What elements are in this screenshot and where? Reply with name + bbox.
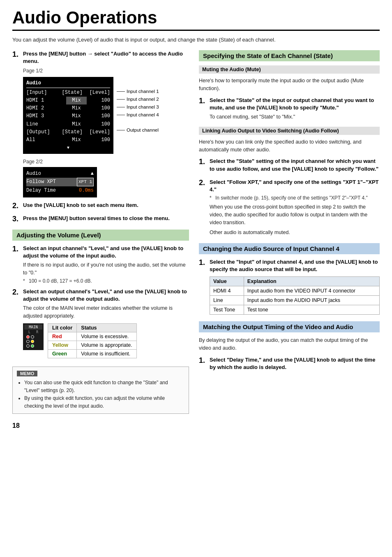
annot-ch4: Input channel 4 <box>117 111 159 119</box>
level-step-2-title: Select an output channel's "Level," and … <box>23 288 189 303</box>
audio-row-test: Test Tone Test tone <box>210 305 380 315</box>
meter-row-2 <box>26 340 40 343</box>
status-table-head: Lit color Status <box>48 323 137 332</box>
channel4-step-1: 1. Select the "Input" of input channel 4… <box>199 258 380 315</box>
scroll-indicator: ▼ <box>26 145 110 151</box>
level-table-area: MAIN L R <box>23 323 189 358</box>
step-3: 3. Press the [MENU] button several times… <box>12 215 189 224</box>
follow-asterisk: * In switcher mode (p. 15), specify one … <box>210 195 380 201</box>
level-step-2-content: Select an output channel's "Level," and … <box>23 288 189 362</box>
status-row-red: Red Volume is excessive. <box>48 332 137 341</box>
menu-p1-area: Audio [Input] [State] [Level] HDMI 1 Mix… <box>23 74 189 156</box>
timing-step-1-title: Select "Delay Time," and use the [VALUE]… <box>210 356 380 371</box>
status-red: Volume is excessive. <box>77 332 136 341</box>
status-green: Volume is insufficient. <box>77 349 136 358</box>
memo-item-1: You can also use the quick edit function… <box>24 379 184 395</box>
annot-ch2: Input channel 2 <box>117 95 159 103</box>
follow-step-1-title: Select the "State" setting of the input … <box>210 158 380 172</box>
follow-step-1-content: Select the "State" setting of the input … <box>210 158 380 174</box>
audio-table: Value Explanation HDMI 4 Input audio fro… <box>210 276 380 315</box>
audio-table-head: Value Explanation <box>210 277 380 286</box>
status-yellow: Volume is appropriate. <box>77 341 136 349</box>
level-step-2-number: 2. <box>12 288 21 362</box>
menu-row-hdmi3: HDMI 3 Mix 100 <box>26 112 110 120</box>
follow-step-2: 2. Select "Follow XPT," and specify one … <box>199 179 380 237</box>
annot-ch3: Input channel 3 <box>117 103 159 111</box>
dot-green-1 <box>31 344 34 348</box>
timing-intro: By delaying the output of the audio, you… <box>199 337 380 352</box>
step-1: 1. Press the [MENU] button → select "Aud… <box>12 50 189 197</box>
audio-value-line: Line <box>210 296 244 305</box>
channel4-step-1-title: Select the "Input" of input channel 4, a… <box>210 258 380 273</box>
step-1-number: 1. <box>12 50 21 197</box>
menu-hdmi2-state: Mix <box>66 104 87 112</box>
col-status: Status <box>77 323 136 332</box>
step-3-title: Press the [MENU] button several times to… <box>23 215 189 222</box>
dot-empty-2 <box>26 340 30 343</box>
section-timing-header: Matching the Output Timing of the Video … <box>199 321 380 332</box>
level-meter: MAIN L R <box>23 323 44 350</box>
audio-exp-test: Test tone <box>244 305 379 315</box>
lit-color-green: Green <box>48 349 77 358</box>
memo-title: MEMO <box>17 371 37 376</box>
follow-step-2-content: Select "Follow XPT," and specify one of … <box>210 179 380 237</box>
p2-delay-row: Delay Time 0.0ms <box>26 186 94 195</box>
follow-asterisk-text: In switcher mode (p. 15), specify one of… <box>215 195 368 201</box>
col-header-input: [Input] <box>26 89 55 97</box>
follow-asterisk-symbol: * <box>210 195 214 201</box>
section-state-header: Specifying the State of Each Channel (St… <box>199 50 380 61</box>
mute-step-1-content: Select the "State" of the input or outpu… <box>210 97 380 121</box>
step-1-title: Press the [MENU] button → select "Audio"… <box>23 50 189 65</box>
audio-exp-line: Input audio from the AUDIO INPUT jacks <box>244 296 379 305</box>
mute-intro: Here's how to temporarily mute the input… <box>199 77 380 93</box>
status-row-yellow: Yellow Volume is appropriate. <box>48 341 137 349</box>
menu-row-hdmi2: HDMI 2 Mix 100 <box>26 104 110 112</box>
step-2: 2. Use the [VALUE] knob to set each menu… <box>12 202 189 211</box>
audio-table-body: HDMI 4 Input audio from the VIDEO INPUT … <box>210 286 380 315</box>
menu-row-all: All Mix 100 <box>26 136 110 144</box>
follow-step-2-number: 2. <box>199 179 207 237</box>
audio-value-test: Test Tone <box>210 305 244 315</box>
step-1-content: Press the [MENU] button → select "Audio"… <box>23 50 189 197</box>
p2-follow-label: Follow XPT <box>26 178 56 186</box>
menu-col-headers: [Input] [State] [Level] <box>26 89 110 97</box>
level-step-2: 2. Select an output channel's "Level," a… <box>12 288 189 362</box>
dot-empty-1 <box>31 335 34 339</box>
step-2-title: Use the [VALUE] knob to set each menu it… <box>23 202 189 209</box>
menu-line-state: Mix <box>66 121 87 128</box>
p2-scroll-up: ▲ <box>91 169 94 178</box>
level-step-1-content: Select an input channel's "Level," and u… <box>23 245 189 284</box>
dot-red-1 <box>26 335 30 339</box>
level-step-1-title: Select an input channel's "Level," and u… <box>23 245 189 260</box>
page-container: Audio Operations You can adjust the volu… <box>0 0 392 557</box>
menu-hdmi3-state: Mix <box>66 112 87 120</box>
meter-lr: L R <box>24 330 42 334</box>
left-column: 1. Press the [MENU] button → select "Aud… <box>12 50 189 429</box>
two-column-layout: 1. Press the [MENU] button → select "Aud… <box>12 50 380 429</box>
timing-step-1-content: Select "Delay Time," and use the [VALUE]… <box>210 356 380 373</box>
audio-exp-hdmi4: Input audio from the VIDEO INPUT 4 conne… <box>244 286 379 296</box>
menu-hdmi1-state: Mix <box>66 97 87 104</box>
menu-all-label: All <box>26 136 55 144</box>
p2-delay-value: 0.0ms <box>79 186 94 195</box>
subsection-mute-header: Muting the Audio (Mute) <box>199 65 380 74</box>
status-row-green: Green Volume is insufficient. <box>48 349 137 358</box>
subsection-follow-header: Linking Audio Output to Video Switching … <box>199 127 380 135</box>
annot-out: Output channel <box>117 126 159 134</box>
menu-all-level: 100 <box>98 136 110 144</box>
menu-display-p1: Audio [Input] [State] [Level] HDMI 1 Mix… <box>23 77 113 154</box>
section-channel4-header: Changing the Audio Source of Input Chann… <box>199 243 380 254</box>
channel4-step-1-content: Select the "Input" of input channel 4, a… <box>210 258 380 315</box>
level-step-1-number: 1. <box>12 245 21 284</box>
menu-row-line: Line Mix 100 <box>26 121 110 128</box>
memo-item-2: By using the quick edit function, you ca… <box>24 395 184 410</box>
audio-value-hdmi4: HDMI 4 <box>210 286 244 296</box>
section-level-header: Adjusting the Volume (Level) <box>12 230 189 241</box>
channel4-step-1-number: 1. <box>199 258 207 315</box>
status-table: Lit color Status Red Volume is excessive… <box>48 323 137 358</box>
memo-list: You can also use the quick edit function… <box>17 379 184 411</box>
menu-line-level: 100 <box>98 121 110 128</box>
level-step-1-asterisk: * 100 = 0.0 dB, 127 = +6.0 dB. <box>23 278 189 284</box>
menu-output-header-row: [Output] [State] [Level] <box>26 128 110 136</box>
follow-body-2: Other audio is automatically muted. <box>210 229 380 237</box>
